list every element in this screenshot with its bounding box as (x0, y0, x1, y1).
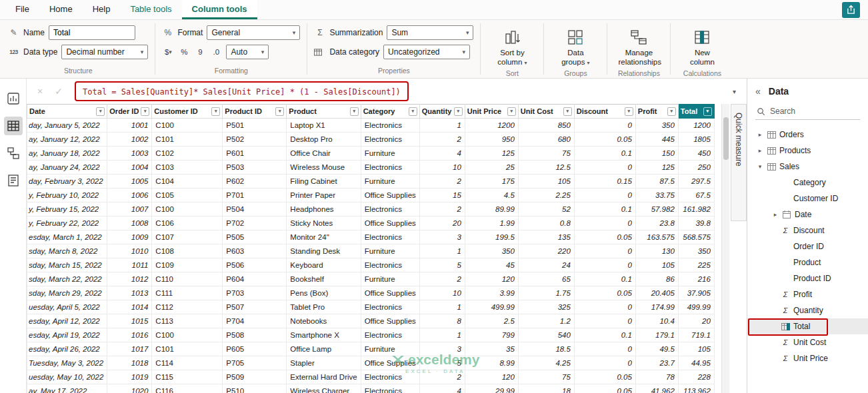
cell-unit-cost[interactable]: 325 (518, 300, 574, 314)
cell-profit[interactable]: 78 (635, 370, 678, 384)
cell-product[interactable]: Keyboard (287, 258, 361, 272)
data-type-dropdown[interactable]: Decimal number ▾ (61, 45, 148, 59)
cell-category[interactable]: Electronics (361, 384, 419, 393)
table-view-icon[interactable] (4, 117, 23, 135)
cell-unit-cost[interactable]: 680 (518, 133, 574, 147)
cell-quantity[interactable]: 1 (419, 328, 465, 342)
cell-unit-price[interactable]: 25 (465, 161, 518, 175)
cell-unit-cost[interactable]: 4.25 (518, 356, 574, 370)
cell-customer-id[interactable]: C112 (152, 300, 223, 314)
cancel-formula-icon[interactable]: × (35, 86, 45, 97)
field-item-category[interactable]: Category (747, 175, 868, 191)
column-header-unit-cost[interactable]: Unit Cost▾ (518, 105, 574, 119)
field-item-unit-price[interactable]: ΣUnit Price (747, 350, 868, 366)
cell-date[interactable]: y, February 10, 2022 (27, 189, 107, 202)
cell-profit[interactable]: 150 (635, 147, 678, 161)
cell-total[interactable]: 216 (678, 272, 714, 286)
cell-category[interactable]: Furniture (361, 244, 419, 258)
cell-product[interactable]: Filing Cabinet (287, 175, 361, 189)
cell-customer-id[interactable]: C115 (152, 370, 223, 384)
tab-column-tools[interactable]: Column tools (182, 0, 257, 19)
cell-quantity[interactable]: 3 (419, 230, 465, 244)
filter-icon[interactable]: ▾ (625, 107, 633, 116)
cell-unit-price[interactable]: 175 (465, 175, 518, 189)
cell-order-id[interactable]: 1012 (107, 272, 152, 286)
column-header-product-id[interactable]: Product ID▾ (223, 105, 287, 119)
cell-unit-price[interactable]: 350 (465, 244, 518, 258)
cell-order-id[interactable]: 1016 (107, 328, 152, 342)
column-header-quantity[interactable]: Quantity▾ (419, 105, 465, 119)
cell-date[interactable]: ay, January 24, 2022 (27, 161, 107, 175)
cell-profit[interactable]: 86 (635, 272, 678, 286)
cell-unit-price[interactable]: 89.99 (465, 202, 518, 216)
cell-product[interactable]: Notebooks (287, 314, 361, 328)
cell-product[interactable]: Wireless Mouse (287, 161, 361, 175)
column-header-discount[interactable]: Discount▾ (574, 105, 635, 119)
cell-order-id[interactable]: 1014 (107, 300, 152, 314)
cell-profit[interactable]: 10.4 (635, 314, 678, 328)
cell-customer-id[interactable]: C101 (152, 342, 223, 356)
cell-order-id[interactable]: 1002 (107, 133, 152, 147)
cell-unit-price[interactable]: 3.99 (465, 286, 518, 300)
formula-expand-icon[interactable]: ▾ (733, 88, 736, 95)
cell-category[interactable]: Electronics (361, 328, 419, 342)
tab-help[interactable]: Help (83, 0, 121, 19)
cell-quantity[interactable]: 20 (419, 216, 465, 230)
cell-category[interactable]: Electronics (361, 161, 419, 175)
field-item-discount[interactable]: ΣDiscount (747, 222, 868, 238)
cell-total[interactable]: 44.95 (678, 356, 714, 370)
cell-date[interactable]: ay, January 12, 2022 (27, 133, 107, 147)
cell-unit-price[interactable]: 45 (465, 258, 518, 272)
cell-product[interactable]: Printer Paper (287, 189, 361, 202)
cell-category[interactable]: Furniture (361, 175, 419, 189)
cell-product-id[interactable]: P702 (223, 216, 287, 230)
cell-customer-id[interactable]: C100 (152, 202, 223, 216)
cell-unit-price[interactable]: 35 (465, 342, 518, 356)
field-item-total[interactable]: Total (747, 318, 868, 334)
commit-formula-icon[interactable]: ✓ (53, 86, 64, 97)
cell-date[interactable]: uesday, April 5, 2022 (27, 300, 107, 314)
cell-discount[interactable]: 0.05 (574, 286, 635, 300)
chevron-right-icon[interactable]: ▸ (757, 148, 763, 154)
cell-profit[interactable]: 105 (635, 258, 678, 272)
cell-date[interactable]: esday, April 26, 2022 (27, 342, 107, 356)
cell-discount[interactable]: 0 (574, 119, 635, 133)
cell-discount[interactable]: 0 (574, 244, 635, 258)
cell-product[interactable]: Standing Desk (287, 244, 361, 258)
cell-total[interactable]: 228 (678, 370, 714, 384)
cell-quantity[interactable]: 5 (419, 258, 465, 272)
table-item-products[interactable]: ▸Products (747, 143, 868, 159)
cell-unit-cost[interactable]: 12.5 (518, 161, 574, 175)
cell-customer-id[interactable]: C114 (152, 356, 223, 370)
cell-quantity[interactable]: 1 (419, 244, 465, 258)
cell-unit-cost[interactable]: 18.5 (518, 342, 574, 356)
cell-product-id[interactable]: P601 (223, 147, 287, 161)
quick-measure-tab[interactable]: Quick measure (731, 104, 747, 221)
cell-order-id[interactable]: 1004 (107, 161, 152, 175)
manage-relationships-button[interactable]: Manage relationships (614, 25, 663, 67)
report-view-icon[interactable] (4, 89, 23, 108)
cell-total[interactable]: 350 (678, 244, 714, 258)
decimal-auto-dropdown[interactable]: Auto ▾ (226, 45, 269, 59)
cell-order-id[interactable]: 1019 (107, 370, 152, 384)
cell-product[interactable]: Pens (Box) (287, 286, 361, 300)
cell-unit-cost[interactable]: 2.25 (518, 189, 574, 202)
cell-category[interactable]: Electronics (361, 300, 419, 314)
sort-by-column-button[interactable]: Sort by column ▾ (487, 25, 537, 67)
cell-unit-cost[interactable]: 24 (518, 258, 574, 272)
cell-product[interactable]: Office Chair (287, 147, 361, 161)
cell-category[interactable]: Electronics (361, 133, 419, 147)
cell-date[interactable]: Tuesday, May 3, 2022 (27, 356, 107, 370)
cell-category[interactable]: Office Supplies (361, 189, 419, 202)
cell-customer-id[interactable]: C113 (152, 314, 223, 328)
cell-total[interactable]: 37.905 (678, 286, 714, 300)
cell-quantity[interactable]: 1 (419, 119, 465, 133)
cell-category[interactable]: Furniture (361, 147, 419, 161)
cell-customer-id[interactable]: C111 (152, 286, 223, 300)
field-item-date[interactable]: ▸Date (747, 206, 868, 222)
cell-quantity[interactable]: 4 (419, 384, 465, 393)
cell-total[interactable]: 568.575 (678, 230, 714, 244)
scrollbar-thumb[interactable] (723, 117, 729, 160)
cell-order-id[interactable]: 1009 (107, 230, 152, 244)
cell-order-id[interactable]: 1010 (107, 244, 152, 258)
